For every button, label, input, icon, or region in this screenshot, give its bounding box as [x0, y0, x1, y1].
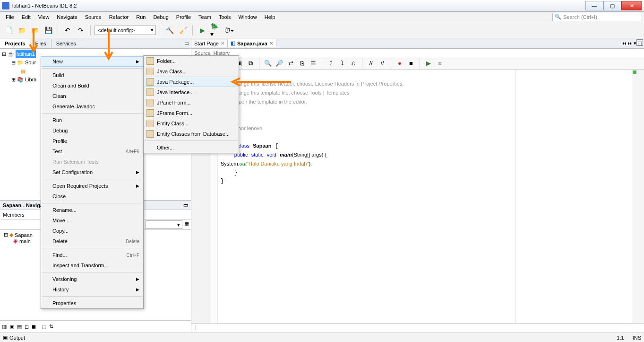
undo-icon[interactable]: ↶	[62, 25, 73, 36]
menu-profile[interactable]: Profile	[172, 13, 195, 21]
editor-tab-startpage[interactable]: Start Page ✕	[191, 40, 228, 47]
navigator-filter-combo[interactable]: ▾	[146, 220, 182, 229]
submenu-java-package[interactable]: Java Package...	[144, 77, 239, 87]
editor-tab-sapaan[interactable]: ◧ Sapaan.java ✕	[228, 39, 276, 47]
tab-files[interactable]: Files	[30, 39, 51, 48]
prev-tab-icon[interactable]: ⏮	[621, 40, 627, 46]
history-toggle[interactable]: History	[214, 50, 230, 56]
filter-icon[interactable]: ◻	[25, 324, 29, 330]
menu-test[interactable]: TestAlt+F6	[41, 146, 143, 157]
editor-tool-icon[interactable]: ☰	[309, 59, 318, 68]
new-file-icon[interactable]: 📄	[3, 25, 14, 36]
stop-macro-icon[interactable]: ■	[406, 59, 416, 68]
save-all-icon[interactable]: 💾	[43, 25, 54, 36]
new-project-icon[interactable]: 📁	[16, 25, 27, 36]
editor-minimize-icon[interactable]	[636, 39, 643, 46]
menu-debug[interactable]: Debug	[149, 13, 172, 21]
open-project-icon[interactable]: 📂	[29, 25, 41, 36]
filter-icon[interactable]: ▣	[9, 324, 14, 330]
submenu-entity[interactable]: Entity Class...	[144, 118, 239, 129]
find-next-icon[interactable]: 🔎	[275, 59, 284, 68]
debug-icon[interactable]: 🪲▾	[210, 25, 221, 36]
shift-down-icon[interactable]: ⤵	[337, 59, 347, 68]
submenu-entity-db[interactable]: Entity Classes from Database...	[144, 129, 239, 139]
clean-build-icon[interactable]: 🧹	[177, 25, 189, 36]
source-toggle[interactable]: Source	[194, 50, 211, 56]
config-combo[interactable]: <default config> ▾	[94, 26, 156, 35]
submenu-jframe[interactable]: JFrame Form...	[144, 108, 239, 118]
menu-help[interactable]: Help	[261, 13, 279, 21]
expand-icon[interactable]: ⊞	[11, 75, 16, 84]
menu-find[interactable]: Find...Ctrl+F	[41, 250, 143, 260]
filter-icon[interactable]: ⬚	[42, 324, 46, 330]
filter-icon[interactable]: ▥	[2, 324, 7, 330]
tab-projects[interactable]: Projects	[0, 39, 30, 48]
submenu-jpanel[interactable]: JPanel Form...	[144, 97, 239, 108]
menu-navigate[interactable]: Navigate	[53, 13, 81, 21]
menu-profile-project[interactable]: Profile	[41, 136, 143, 146]
editor-tool-icon[interactable]: ⇄	[286, 59, 295, 68]
close-icon[interactable]: ✕	[269, 41, 273, 46]
menu-debug-project[interactable]: Debug	[41, 125, 143, 136]
filter-icon[interactable]: ⇅	[49, 324, 53, 330]
menu-open-required[interactable]: Open Required Projects▶	[41, 181, 143, 191]
run-file-icon[interactable]: ▶	[424, 59, 433, 68]
submenu-folder[interactable]: Folder...	[144, 56, 239, 66]
menu-new[interactable]: New▶	[41, 56, 143, 67]
uncomment-icon[interactable]: //	[378, 59, 387, 68]
comment-icon[interactable]: //	[366, 59, 376, 68]
code-content[interactable]: * To change this license header, choose …	[218, 70, 637, 323]
menu-run-project[interactable]: Run	[41, 115, 143, 125]
menu-edit[interactable]: Edit	[18, 13, 34, 21]
menu-history[interactable]: History▶	[41, 284, 143, 295]
maximize-button[interactable]: ▢	[603, 1, 621, 10]
filter-icon[interactable]: ▤	[17, 324, 22, 330]
menu-file[interactable]: File	[2, 13, 18, 21]
panel-minimize-button[interactable]: ▭	[182, 40, 191, 46]
expand-icon[interactable]: ⊟	[11, 58, 16, 67]
project-node[interactable]: ⊟ ☕ latihan1	[2, 50, 36, 58]
redo-icon[interactable]: ↷	[75, 25, 86, 36]
navigator-settings-icon[interactable]: ▦	[184, 220, 189, 227]
submenu-other[interactable]: Other...	[144, 142, 239, 153]
menu-delete[interactable]: DeleteDelete	[41, 236, 143, 246]
find-prev-icon[interactable]: 🔍	[263, 59, 273, 68]
record-macro-icon[interactable]: ●	[395, 59, 404, 68]
code-editor[interactable]: 1213141516 ⊟ * To change this license he…	[191, 70, 644, 323]
menu-rename[interactable]: Rename...	[41, 205, 143, 215]
menu-properties[interactable]: Properties	[41, 298, 143, 308]
next-tab-icon[interactable]: ⏭	[627, 40, 633, 46]
menu-versioning[interactable]: Versioning▶	[41, 274, 143, 284]
menu-tools[interactable]: Tools	[215, 13, 235, 21]
minimize-button[interactable]: —	[585, 1, 603, 10]
menu-copy[interactable]: Copy...	[41, 226, 143, 236]
output-tab-icon[interactable]: ▣	[3, 334, 8, 341]
quick-search[interactable]: 🔍 Search (Ctrl+I)	[552, 13, 642, 21]
close-icon[interactable]: ✕	[221, 41, 224, 46]
menu-source[interactable]: Source	[81, 13, 105, 21]
source-packages-node[interactable]: ⊟ 📁 Sour	[11, 58, 36, 67]
menu-clean-build[interactable]: Clean and Build	[41, 80, 143, 91]
expand-icon[interactable]: ⊟	[4, 232, 8, 238]
menu-set-config[interactable]: Set Configuration▶	[41, 167, 143, 177]
shift-up-icon[interactable]: ⤴	[326, 59, 335, 68]
menu-move[interactable]: Move...	[41, 215, 143, 226]
panel-minimize-button[interactable]: ▭	[183, 202, 188, 208]
libraries-node[interactable]: ⊞ 📚 Libra	[11, 75, 36, 84]
expand-icon[interactable]: ⊟	[2, 50, 6, 58]
tab-services[interactable]: Services	[52, 39, 81, 48]
menu-team[interactable]: Team	[195, 13, 215, 21]
editor-tool-icon[interactable]: ⎌	[349, 59, 358, 68]
close-button[interactable]: ✕	[621, 1, 642, 10]
filter-icon[interactable]: ◼	[32, 324, 36, 330]
menu-build[interactable]: Build	[41, 70, 143, 80]
editor-tool-icon[interactable]: ⎘	[297, 59, 307, 68]
menu-window[interactable]: Window	[235, 13, 261, 21]
menu-clean[interactable]: Clean	[41, 91, 143, 101]
profile-icon[interactable]: ⏱▾	[223, 25, 234, 36]
menu-close-project[interactable]: Close	[41, 191, 143, 202]
build-icon[interactable]: 🔨	[164, 25, 175, 36]
menu-run[interactable]: Run	[132, 13, 149, 21]
menu-inspect[interactable]: Inspect and Transform...	[41, 260, 143, 271]
menu-refactor[interactable]: Refactor	[105, 13, 133, 21]
